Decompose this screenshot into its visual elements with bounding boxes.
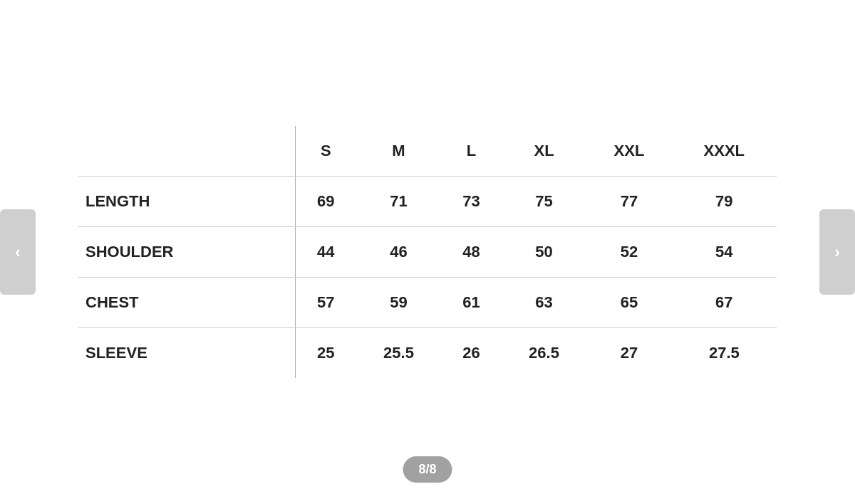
row-label-chest: CHEST [78, 278, 295, 328]
row-label-shoulder: SHOULDER [78, 227, 295, 278]
cell-sleeve-4: 27 [586, 328, 671, 379]
cell-length-4: 77 [586, 177, 671, 227]
chevron-left-icon: ‹ [15, 242, 21, 262]
cell-chest-1: 59 [356, 278, 441, 328]
header-l: L [441, 126, 502, 177]
cell-sleeve-3: 26.5 [502, 328, 586, 379]
table-header-row: S M L XL XXL XXXL [78, 126, 777, 177]
row-label-sleeve: SLEEVE [78, 328, 295, 379]
header-s: S [295, 126, 356, 177]
cell-chest-3: 63 [502, 278, 586, 328]
size-table: S M L XL XXL XXXL LENGTH697173757779SHOU… [78, 126, 777, 378]
page-indicator: 8/8 [403, 456, 452, 483]
cell-length-0: 69 [295, 177, 356, 227]
page-container: ‹ S M L XL XXL XXXL LENGTH697173757779SH… [0, 0, 855, 504]
cell-shoulder-0: 44 [295, 227, 356, 278]
next-arrow-button[interactable]: › [819, 209, 855, 295]
cell-chest-2: 61 [441, 278, 502, 328]
row-label-length: LENGTH [78, 177, 295, 227]
cell-chest-0: 57 [295, 278, 356, 328]
table-row: CHEST575961636567 [78, 278, 777, 328]
header-label-col [78, 126, 295, 177]
cell-shoulder-3: 50 [502, 227, 586, 278]
size-chart: S M L XL XXL XXXL LENGTH697173757779SHOU… [36, 112, 819, 392]
cell-sleeve-5: 27.5 [672, 328, 777, 379]
cell-length-1: 71 [356, 177, 441, 227]
cell-chest-4: 65 [586, 278, 671, 328]
chevron-right-icon: › [834, 242, 840, 262]
cell-sleeve-1: 25.5 [356, 328, 441, 379]
header-xxxl: XXXL [672, 126, 777, 177]
table-row: SHOULDER444648505254 [78, 227, 777, 278]
cell-sleeve-2: 26 [441, 328, 502, 379]
table-row: SLEEVE2525.52626.52727.5 [78, 328, 777, 379]
cell-length-3: 75 [502, 177, 586, 227]
prev-arrow-button[interactable]: ‹ [0, 209, 36, 295]
cell-sleeve-0: 25 [295, 328, 356, 379]
cell-shoulder-2: 48 [441, 227, 502, 278]
header-xl: XL [502, 126, 586, 177]
header-xxl: XXL [586, 126, 671, 177]
cell-shoulder-4: 52 [586, 227, 671, 278]
cell-chest-5: 67 [672, 278, 777, 328]
cell-shoulder-1: 46 [356, 227, 441, 278]
header-m: M [356, 126, 441, 177]
table-row: LENGTH697173757779 [78, 177, 777, 227]
cell-shoulder-5: 54 [672, 227, 777, 278]
cell-length-5: 79 [672, 177, 777, 227]
cell-length-2: 73 [441, 177, 502, 227]
